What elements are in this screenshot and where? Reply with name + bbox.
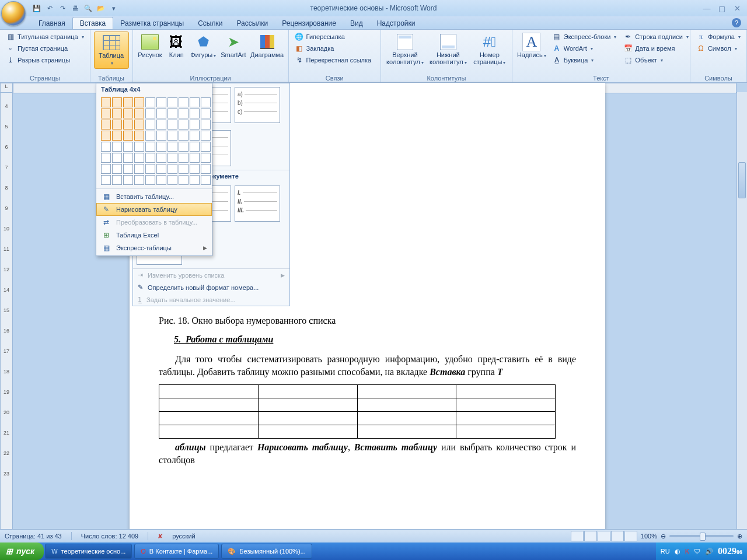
title-bar: 💾 ↶ ↷ 🖶 🔍 📂 ▾ теоретические основы - Mic… [0, 0, 747, 16]
paint-icon: 🎨 [228, 548, 236, 555]
table-button[interactable]: Таблица▾ [94, 32, 129, 69]
picture-icon [141, 34, 159, 50]
print-icon[interactable]: 🖶 [70, 3, 81, 13]
num-doc-3[interactable]: I.II.III. [235, 186, 280, 222]
help-button[interactable]: ? [732, 18, 741, 27]
tray-icon[interactable]: ◐ [675, 548, 680, 555]
shapes-button[interactable]: ⬟Фигуры▾ [189, 32, 217, 61]
blank-page-button[interactable]: ▫Пустая страница [4, 43, 86, 54]
footer-button[interactable]: Нижний колонтитул▾ [428, 32, 469, 68]
undo-icon[interactable]: ↶ [44, 3, 55, 13]
vertical-ruler[interactable]: 45678910111214151617181920212223 [0, 92, 13, 538]
zoom-in-button[interactable]: ⊕ [737, 533, 742, 540]
redo-icon[interactable]: ↷ [57, 3, 68, 13]
signature-button[interactable]: ✒Строка подписи▾ [621, 32, 690, 42]
num-format-alpha-paren[interactable]: a)b)c) [235, 87, 280, 123]
group-pages-label: Страницы [4, 74, 86, 82]
tray-icon[interactable]: 🛡 [694, 548, 700, 555]
picture-button[interactable]: Рисунок [137, 32, 164, 60]
tray-icon[interactable]: K [685, 548, 689, 555]
tab-home[interactable]: Главная [32, 18, 72, 29]
minimize-button[interactable]: — [700, 4, 713, 13]
zoom-slider[interactable] [669, 535, 734, 537]
pencil-icon: ✎ [101, 205, 111, 214]
word-icon: W [51, 548, 57, 555]
office-button[interactable] [1, 1, 29, 29]
table-grid-picker[interactable] [96, 95, 212, 188]
tray-clock[interactable]: 002906 [718, 546, 742, 556]
clipart-button[interactable]: 🖼Клип [166, 32, 187, 60]
scroll-thumb[interactable] [738, 162, 746, 198]
convert-table-item: ⇄Преобразовать в таблицу... [96, 216, 212, 229]
paragraph: Для того чтобы систематизировать разноро… [159, 353, 576, 379]
tab-addins[interactable]: Надстройки [370, 18, 423, 29]
taskbar-paint[interactable]: 🎨Безымянный (100%)... [221, 544, 312, 559]
zoom-level[interactable]: 100% [641, 533, 657, 540]
tab-review[interactable]: Рецензирование [275, 18, 343, 29]
open-icon[interactable]: 📂 [96, 3, 106, 13]
quick-tables-item[interactable]: ▦Экспресс-таблицы▶ [96, 242, 212, 254]
table-size-label: Таблица 4x4 [96, 83, 212, 95]
define-format-item[interactable]: ✎Определить новый формат номера... [133, 281, 289, 293]
page-status[interactable]: Страница: 41 из 43 [5, 533, 62, 540]
title-page-button[interactable]: ▥Титульная страница▾ [4, 32, 86, 42]
tray-icon[interactable]: 🔊 [705, 548, 713, 555]
shapes-icon: ⬟ [194, 33, 212, 51]
dropcap-button[interactable]: A̲Буквица▾ [550, 55, 619, 65]
pi-icon: π [696, 32, 706, 41]
page-number-button[interactable]: #⃣Номер страницы▾ [471, 32, 508, 68]
bookmark-button[interactable]: ◧Закладка [292, 43, 374, 54]
vertical-scrollbar[interactable] [736, 92, 747, 538]
save-icon[interactable]: 💾 [32, 3, 42, 13]
figure-caption: Рис. 18. Окно выбора нумерованного списк… [159, 316, 576, 326]
crossref-button[interactable]: ↯Перекрестная ссылка [292, 55, 374, 65]
taskbar-word[interactable]: Wтеоретические осно... [45, 544, 132, 559]
wordart-button[interactable]: AWordArt▾ [550, 43, 619, 54]
view-buttons[interactable] [571, 531, 637, 541]
system-tray[interactable]: RU ◐ K 🛡 🔊 002906 [656, 542, 747, 560]
paragraph-2: аблицы предлагает Нарисовать таблицу, Вс… [159, 441, 576, 467]
object-button[interactable]: ⬚Объект▾ [621, 55, 690, 65]
zoom-out-button[interactable]: ⊖ [661, 533, 666, 540]
tab-references[interactable]: Ссылки [191, 18, 229, 29]
dropcap-icon: A̲ [552, 55, 561, 65]
quick-tables-icon: ▦ [101, 243, 111, 253]
tab-page-layout[interactable]: Разметка страницы [113, 18, 191, 29]
excel-icon: ⊞ [101, 230, 111, 240]
header-button[interactable]: Верхний колонтитул▾ [385, 32, 425, 68]
omega-icon: Ω [696, 44, 706, 53]
taskbar-opera[interactable]: OВ Контакте | Фарма... [134, 544, 219, 559]
language-status[interactable]: русский [172, 533, 195, 540]
excel-table-item[interactable]: ⊞Таблица Excel [96, 229, 212, 242]
tab-insert[interactable]: Вставка [72, 17, 114, 29]
close-button[interactable]: ✕ [731, 4, 743, 13]
tray-lang[interactable]: RU [661, 548, 670, 555]
hyperlink-button[interactable]: 🌐Гиперссылка [292, 32, 374, 42]
word-count[interactable]: Число слов: 12 409 [81, 533, 138, 540]
equation-button[interactable]: πФормула▾ [694, 32, 743, 42]
chart-icon [260, 35, 274, 49]
bookmark-icon: ◧ [295, 44, 304, 53]
qat-more-icon[interactable]: ▾ [109, 3, 119, 13]
tab-view[interactable]: Вид [343, 18, 370, 29]
insert-table-item[interactable]: ▦Вставить таблицу... [96, 190, 212, 203]
tab-mailings[interactable]: Рассылки [229, 18, 275, 29]
spellcheck-icon[interactable]: ✘ [158, 533, 163, 540]
start-button[interactable]: ⊞пуск [0, 542, 44, 560]
quick-access-toolbar: 💾 ↶ ↷ 🖶 🔍 📂 ▾ [32, 3, 119, 13]
embedded-table[interactable] [159, 384, 556, 439]
page-break-button[interactable]: ⤓Разрыв страницы [4, 55, 86, 65]
draw-table-item[interactable]: ✎Нарисовать таблицу [96, 203, 212, 216]
maximize-button[interactable]: ▢ [715, 4, 728, 13]
group-illustrations-label: Иллюстрации [137, 74, 285, 82]
textbox-button[interactable]: AНадпись▾ [516, 32, 547, 61]
chart-button[interactable]: Диаграмма [250, 32, 285, 60]
quickparts-button[interactable]: ▤Экспресс-блоки▾ [550, 32, 619, 42]
smartart-button[interactable]: ➤SmartArt [219, 32, 247, 60]
table-dropdown: Таблица 4x4 ▦Вставить таблицу... ✎Нарисо… [96, 83, 212, 256]
break-icon: ⤓ [6, 55, 15, 65]
hyperlink-icon: 🌐 [295, 32, 304, 41]
datetime-button[interactable]: 📅Дата и время [621, 43, 690, 54]
symbol-button[interactable]: ΩСимвол▾ [694, 43, 743, 54]
preview-icon[interactable]: 🔍 [83, 3, 93, 13]
